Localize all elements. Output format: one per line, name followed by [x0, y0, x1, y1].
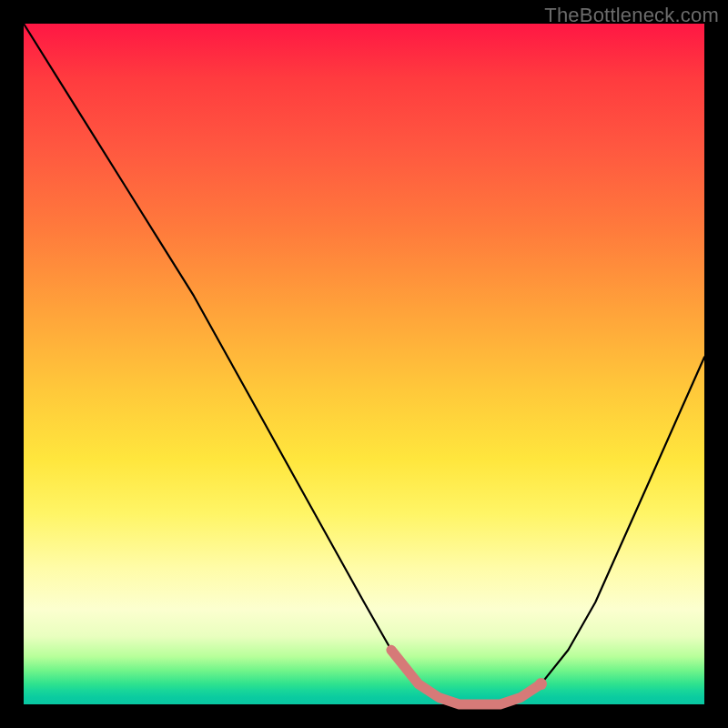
chart-plot-area [24, 24, 704, 704]
optimal-range-highlight [391, 650, 541, 704]
optimal-range-end-dot [535, 678, 547, 690]
watermark-text: TheBottleneck.com [544, 4, 719, 27]
chart-frame: TheBottleneck.com [0, 0, 728, 728]
bottleneck-curve [24, 24, 704, 704]
chart-svg [24, 24, 704, 704]
